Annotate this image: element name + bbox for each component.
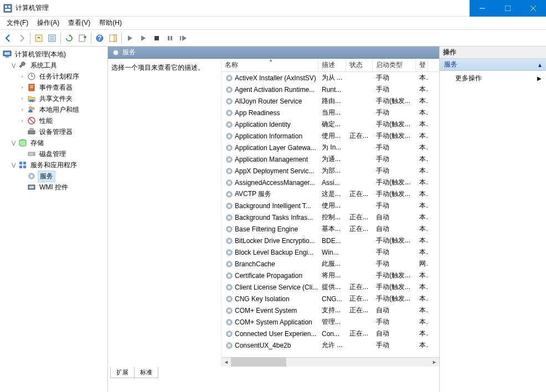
menu-help[interactable]: 帮助(H) bbox=[95, 17, 126, 29]
tree-event-viewer[interactable]: › 事件查看器 bbox=[0, 82, 107, 93]
tree-pane: 计算机管理(本地) ⋁ 系统工具 › 任务计划程序 › 事件查看器 › 共享文件… bbox=[0, 47, 108, 392]
service-row[interactable]: Base Filtering Engine基本...正在...自动本 bbox=[222, 223, 439, 235]
expander-icon[interactable]: ⋁ bbox=[10, 140, 17, 146]
play-button[interactable] bbox=[124, 32, 136, 44]
action-section-services[interactable]: 服务 ▴ bbox=[440, 59, 546, 71]
tab-standard[interactable]: 标准 bbox=[134, 367, 158, 378]
minimize-button[interactable] bbox=[470, 0, 495, 17]
service-desc-cell: 使用... bbox=[318, 131, 346, 141]
list-body[interactable]: ActiveX Installer (AxInstSV)为从 ...手动本Age… bbox=[222, 72, 439, 357]
expander-icon[interactable]: › bbox=[19, 117, 25, 124]
export-button[interactable] bbox=[76, 32, 89, 44]
tree-services-apps[interactable]: ⋁ 服务和应用程序 bbox=[0, 159, 107, 171]
service-row[interactable]: ActiveX Installer (AxInstSV)为从 ...手动本 bbox=[222, 72, 439, 84]
service-row[interactable]: AssignedAccessManager...Assi...手动(触发...本 bbox=[222, 177, 439, 188]
svg-point-55 bbox=[228, 89, 230, 91]
service-row[interactable]: Client License Service (Cli...提供...正在...… bbox=[222, 281, 439, 293]
col-startup[interactable]: 启动类型 bbox=[373, 59, 416, 71]
svg-point-75 bbox=[228, 205, 230, 207]
tab-extended[interactable]: 扩展 bbox=[110, 367, 135, 378]
horizontal-scrollbar[interactable]: ◄ ► bbox=[222, 357, 439, 367]
scroll-thumb[interactable] bbox=[231, 358, 286, 367]
restart-button[interactable] bbox=[177, 32, 189, 44]
pause-button[interactable] bbox=[164, 32, 176, 44]
svg-point-89 bbox=[228, 286, 230, 288]
expander-icon[interactable]: › bbox=[19, 73, 25, 80]
service-row[interactable]: Certificate Propagation将用...手动(触发...本 bbox=[222, 270, 439, 281]
maximize-button[interactable] bbox=[495, 0, 521, 17]
service-row[interactable]: COM+ System Application管理...手动本 bbox=[222, 316, 439, 328]
properties-button[interactable] bbox=[46, 32, 58, 44]
tree-performance[interactable]: › 性能 bbox=[0, 115, 107, 126]
refresh-button[interactable] bbox=[63, 32, 75, 44]
col-desc[interactable]: 描述 bbox=[318, 59, 346, 71]
service-logon-cell: 本 bbox=[416, 189, 428, 199]
scroll-right-button[interactable]: ► bbox=[430, 358, 439, 367]
action-more[interactable]: 更多操作 ▶ bbox=[440, 71, 546, 86]
service-row[interactable]: Connected User Experien...Con...正在...自动本 bbox=[222, 328, 439, 339]
expander-icon[interactable]: › bbox=[19, 84, 25, 91]
tree-storage[interactable]: ⋁ 存储 bbox=[0, 137, 107, 148]
service-row[interactable]: AllJoyn Router Service路由...手动(触发...本 bbox=[222, 95, 439, 107]
stop-button[interactable] bbox=[151, 32, 163, 44]
tree-root[interactable]: 计算机管理(本地) bbox=[0, 49, 107, 60]
svg-point-69 bbox=[228, 170, 230, 172]
service-startup-cell: 手动(触发... bbox=[373, 271, 416, 280]
service-row[interactable]: AppX Deployment Servic...为部...手动本 bbox=[222, 165, 439, 177]
storage-icon bbox=[18, 138, 27, 147]
toolbar-separator bbox=[60, 33, 61, 44]
service-row[interactable]: Application Information使用...正在...手动(触发..… bbox=[222, 130, 439, 142]
tree-disk-management[interactable]: 磁盘管理 bbox=[0, 148, 107, 159]
service-row[interactable]: CNG Key IsolationCNG...正在...手动(触发...本 bbox=[222, 293, 439, 305]
users-icon bbox=[27, 105, 36, 114]
service-startup-cell: 手动 bbox=[373, 143, 416, 152]
service-row[interactable]: BranchCache此服...手动网 bbox=[222, 258, 439, 270]
service-name: Application Layer Gatewa... bbox=[235, 144, 316, 152]
menu-view[interactable]: 查看(V) bbox=[64, 17, 95, 29]
forward-button[interactable] bbox=[16, 32, 28, 44]
scroll-left-button[interactable]: ◄ bbox=[222, 358, 231, 367]
play2-button[interactable] bbox=[137, 32, 150, 44]
menu-action[interactable]: 操作(A) bbox=[33, 17, 64, 29]
show-hide-action-button[interactable] bbox=[107, 32, 119, 44]
col-logon[interactable]: 登 bbox=[416, 59, 428, 71]
tree-task-scheduler[interactable]: › 任务计划程序 bbox=[0, 71, 107, 82]
col-name[interactable]: 名称▴ bbox=[222, 59, 318, 71]
tree-device-manager[interactable]: 设备管理器 bbox=[0, 126, 107, 137]
service-row[interactable]: App Readiness当用...手动本 bbox=[222, 107, 439, 118]
back-button[interactable] bbox=[2, 32, 14, 44]
service-row[interactable]: Application Layer Gatewa...为 In...手动本 bbox=[222, 142, 439, 153]
tree-system-tools[interactable]: ⋁ 系统工具 bbox=[0, 60, 107, 71]
tree-local-users[interactable]: › 本地用户和组 bbox=[0, 104, 107, 115]
service-row[interactable]: Block Level Backup Engi...Win...手动本 bbox=[222, 246, 439, 258]
help-button[interactable]: ? bbox=[94, 32, 106, 44]
service-row[interactable]: Background Tasks Infras...控制...正在...自动本 bbox=[222, 212, 439, 223]
service-row[interactable]: Background Intelligent T...使用...手动本 bbox=[222, 200, 439, 212]
service-startup-cell: 手动(触发... bbox=[373, 282, 416, 292]
tree-shared-folders[interactable]: › 共享文件夹 bbox=[0, 93, 107, 104]
expander-icon[interactable]: › bbox=[19, 95, 25, 102]
service-row[interactable]: AVCTP 服务这是...正在...手动(触发...本 bbox=[222, 188, 439, 200]
service-row[interactable]: Application Management为通...手动本 bbox=[222, 153, 439, 165]
close-button[interactable] bbox=[521, 0, 546, 17]
expander-icon[interactable]: ⋁ bbox=[10, 162, 17, 168]
service-row[interactable]: BitLocker Drive Encryptio...BDE...手动(触发.… bbox=[222, 235, 439, 246]
service-name-cell: COM+ Event System bbox=[222, 306, 318, 315]
service-row[interactable]: Application Identity确定...手动(触发...本 bbox=[222, 118, 439, 130]
no-icon bbox=[27, 116, 36, 125]
service-name: Application Information bbox=[235, 132, 302, 140]
service-logon-cell: 本 bbox=[416, 317, 428, 327]
expander-icon[interactable]: › bbox=[19, 106, 25, 113]
service-row[interactable]: COM+ Event System支持...正在...自动本 bbox=[222, 305, 439, 316]
show-hide-tree-button[interactable] bbox=[33, 32, 45, 44]
tree-label: 服务 bbox=[38, 171, 55, 182]
col-status[interactable]: 状态 bbox=[346, 59, 373, 71]
scroll-track[interactable] bbox=[231, 358, 430, 367]
expander-icon[interactable]: ⋁ bbox=[10, 62, 17, 69]
tree-services[interactable]: 服务 bbox=[0, 171, 107, 182]
tree-wmi-control[interactable]: WMI 控件 bbox=[0, 182, 107, 193]
service-row[interactable]: Agent Activation Runtime...Runt...手动本 bbox=[222, 84, 439, 95]
main-area: 计算机管理(本地) ⋁ 系统工具 › 任务计划程序 › 事件查看器 › 共享文件… bbox=[0, 47, 546, 392]
menu-file[interactable]: 文件(F) bbox=[2, 17, 33, 29]
service-row[interactable]: ConsentUX_4be2b允许 ...手动本 bbox=[222, 339, 439, 351]
